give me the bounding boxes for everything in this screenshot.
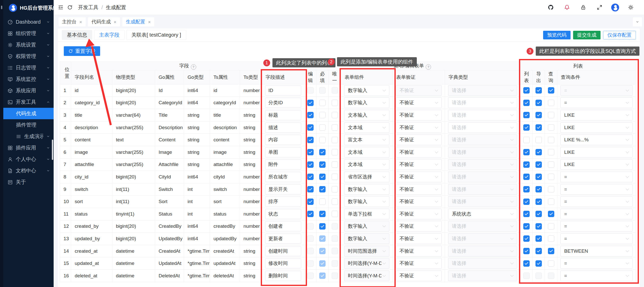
required-checkbox[interactable] <box>319 87 326 94</box>
field-desc-input[interactable] <box>265 85 301 96</box>
field-desc-input[interactable] <box>265 197 301 207</box>
form-verify-select[interactable]: 不验证 <box>396 134 442 145</box>
required-checkbox[interactable] <box>319 186 326 192</box>
query-checkbox[interactable] <box>548 199 554 205</box>
edit-checkbox[interactable] <box>307 248 314 254</box>
query-checkbox[interactable] <box>548 87 554 94</box>
edit-checkbox[interactable] <box>307 186 314 192</box>
field-desc-input[interactable] <box>265 209 301 219</box>
form-component-select[interactable]: 省市区选择 <box>344 172 389 182</box>
query-condition-select[interactable]: = <box>560 85 633 96</box>
required-checkbox[interactable] <box>319 149 326 155</box>
export-checkbox[interactable] <box>535 137 542 143</box>
query-checkbox[interactable] <box>548 149 554 155</box>
form-verify-select[interactable]: 不验证 <box>396 270 442 281</box>
close-icon[interactable]: × <box>114 20 116 24</box>
query-checkbox[interactable] <box>548 211 554 217</box>
form-verify-select[interactable]: 不验证 <box>396 184 442 195</box>
bell-icon[interactable] <box>562 3 572 12</box>
list-checkbox[interactable] <box>523 149 530 155</box>
sidebar-item-plugin-manage[interactable]: 插件管理 <box>3 119 54 131</box>
unique-checkbox[interactable] <box>332 87 338 94</box>
dict-type-select[interactable]: 请选择 <box>448 184 517 195</box>
sidebar-item-gen-demo[interactable]: 生成演示 <box>3 131 54 142</box>
export-checkbox[interactable] <box>535 199 542 205</box>
export-checkbox[interactable] <box>535 248 542 254</box>
form-component-select[interactable]: 富文本 <box>344 134 389 145</box>
lock-icon[interactable] <box>579 3 588 12</box>
query-checkbox[interactable] <box>548 223 554 230</box>
dict-type-select[interactable]: 请选择 <box>448 159 517 170</box>
page-tab[interactable]: 代码生成 × <box>88 17 120 26</box>
list-checkbox[interactable] <box>523 87 530 94</box>
refresh-icon[interactable] <box>65 3 74 12</box>
form-verify-select[interactable]: 不验证 <box>396 85 442 96</box>
edit-checkbox[interactable] <box>307 137 314 143</box>
query-condition-select[interactable]: = <box>560 233 633 244</box>
preview-code-button[interactable]: 预览代码 <box>543 31 571 39</box>
form-verify-select[interactable]: 不验证 <box>396 122 442 133</box>
list-checkbox[interactable] <box>523 223 530 230</box>
dict-type-select[interactable]: 请选择 <box>448 110 517 120</box>
edit-checkbox[interactable] <box>307 211 314 217</box>
field-desc-input[interactable] <box>265 159 301 170</box>
tab-options-button[interactable] <box>633 17 642 26</box>
dict-type-select[interactable]: 请选择 <box>448 97 517 108</box>
export-checkbox[interactable] <box>535 100 542 106</box>
query-checkbox[interactable] <box>548 248 554 254</box>
unique-checkbox[interactable] <box>332 186 338 192</box>
form-component-select[interactable]: 数字输入 <box>344 85 389 96</box>
export-checkbox[interactable] <box>535 273 542 279</box>
query-checkbox[interactable] <box>548 161 554 168</box>
query-condition-select[interactable]: = <box>560 97 633 108</box>
sidebar-item-about[interactable]: 关于 <box>3 176 54 188</box>
field-desc-input[interactable] <box>265 221 301 231</box>
required-checkbox[interactable] <box>319 235 326 242</box>
breadcrumb-item[interactable]: 生成配置 <box>106 4 126 11</box>
required-checkbox[interactable] <box>319 100 326 106</box>
form-verify-select[interactable]: 不验证 <box>396 172 442 182</box>
dict-type-select[interactable]: 请选择 <box>448 196 517 207</box>
query-condition-select[interactable]: LIKE <box>560 159 633 170</box>
close-icon[interactable]: × <box>148 20 151 24</box>
required-checkbox[interactable] <box>319 112 326 118</box>
query-condition-select[interactable]: BETWEEN <box>560 246 633 256</box>
required-checkbox[interactable] <box>319 174 326 180</box>
field-desc-input[interactable] <box>265 123 301 133</box>
form-verify-select[interactable]: 不验证 <box>396 110 442 120</box>
sidebar-scrollbar[interactable] <box>52 140 53 160</box>
sidebar-item-perm[interactable]: 权限管理 <box>3 51 54 62</box>
field-desc-input[interactable] <box>265 98 301 108</box>
list-checkbox[interactable] <box>523 273 530 279</box>
required-checkbox[interactable] <box>319 273 326 279</box>
save-config-button[interactable]: 仅保存配置 <box>603 31 636 39</box>
edit-checkbox[interactable] <box>307 161 314 168</box>
sidebar-item-codegen[interactable]: 代码生成 <box>3 108 54 119</box>
query-checkbox[interactable] <box>548 174 554 180</box>
query-condition-select[interactable]: LIKE %...% <box>560 134 633 145</box>
form-verify-select[interactable]: 不验证 <box>396 258 442 269</box>
unique-checkbox[interactable] <box>332 260 338 267</box>
form-verify-select[interactable]: 不验证 <box>396 221 442 232</box>
required-checkbox[interactable] <box>319 223 326 230</box>
query-condition-select[interactable]: LIKE <box>560 110 633 120</box>
export-checkbox[interactable] <box>535 87 542 94</box>
edit-checkbox[interactable] <box>307 260 314 267</box>
field-desc-input[interactable] <box>265 258 301 268</box>
query-checkbox[interactable] <box>548 273 554 279</box>
list-checkbox[interactable] <box>523 186 530 192</box>
sidebar-item-log[interactable]: 日志管理 <box>3 62 54 73</box>
dict-type-select[interactable]: 请选择 <box>448 85 517 96</box>
tab-relation-table[interactable]: 关联表[ testCategory ] <box>126 30 186 40</box>
form-component-select[interactable]: 时间选择(Y-M-D H:i:s) <box>344 258 389 269</box>
edit-checkbox[interactable] <box>307 273 314 279</box>
form-verify-select[interactable]: 不验证 <box>396 97 442 108</box>
field-desc-input[interactable] <box>265 234 301 244</box>
dict-type-select[interactable]: 请选择 <box>448 233 517 244</box>
unique-checkbox[interactable] <box>332 248 338 254</box>
unique-checkbox[interactable] <box>332 273 338 279</box>
form-component-select[interactable]: 单选下拉框 <box>344 209 389 219</box>
tab-main-fields[interactable]: 主表字段 <box>94 30 125 40</box>
unique-checkbox[interactable] <box>332 211 338 217</box>
query-checkbox[interactable] <box>548 235 554 242</box>
